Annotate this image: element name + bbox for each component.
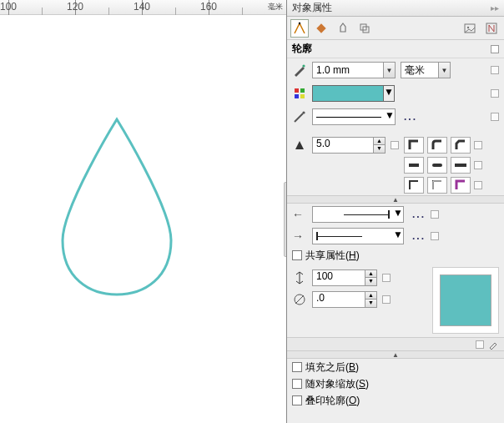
horizontal-ruler: 100 120 140 160 毫米	[0, 0, 286, 15]
outline-tab[interactable]	[290, 19, 309, 38]
arrow-end-more[interactable]: ...	[412, 230, 426, 242]
svg-point-11	[302, 111, 305, 113]
svg-rect-12	[409, 164, 419, 167]
corner-miter[interactable]	[404, 137, 424, 154]
transparency-tab[interactable]	[334, 19, 352, 38]
panel-title-bar: 对象属性 ▸▸	[287, 0, 504, 17]
spin-down-icon[interactable]: ▼	[373, 145, 385, 153]
arrow-start-combo[interactable]: ▼	[312, 206, 404, 223]
image-tab[interactable]	[461, 19, 479, 38]
lock-toggle-8[interactable]	[431, 210, 439, 219]
units-combo[interactable]: 毫米 ▼	[401, 62, 451, 78]
lock-toggle-7[interactable]	[474, 181, 482, 189]
behind-fill-checkbox[interactable]	[292, 362, 302, 372]
outline-section-header: 轮廓	[287, 40, 504, 58]
corner-round[interactable]	[427, 137, 447, 154]
fill-tab[interactable]	[312, 19, 330, 38]
angle-icon	[292, 292, 307, 307]
dropdown-icon[interactable]: ▼	[383, 86, 394, 101]
ruler-unit: 毫米	[268, 2, 283, 13]
lock-toggle-3[interactable]	[491, 113, 499, 121]
dropdown-icon[interactable]: ▼	[438, 63, 450, 78]
arrow-end-combo[interactable]: ▼	[312, 228, 404, 244]
svg-rect-10	[300, 94, 305, 98]
nib-stretch-input[interactable]: 100 ▲▼	[312, 269, 377, 286]
object-properties-panel: 对象属性 ▸▸ 轮廓 1.0 mm	[286, 0, 504, 423]
canvas[interactable]	[0, 15, 286, 423]
dropdown-icon[interactable]: ▼	[393, 229, 403, 244]
outline-color-picker[interactable]: ▼	[312, 85, 395, 102]
lock-toggle-4[interactable]	[391, 141, 399, 149]
lock-toggle-6[interactable]	[474, 161, 482, 169]
nib-preview	[432, 267, 499, 334]
miter-limit-input[interactable]: 5.0 ▲▼	[312, 137, 386, 154]
scale-with-object-checkbox[interactable]	[292, 379, 302, 389]
drop-shape[interactable]	[46, 115, 188, 299]
svg-rect-8	[300, 88, 305, 93]
arrow-start-icon: ←	[292, 208, 307, 221]
lock-toggle-10[interactable]	[382, 274, 391, 282]
ruler-tick-label: 120	[67, 1, 83, 13]
misc-tab[interactable]	[355, 19, 374, 38]
outline-width-combo[interactable]: 1.0 mm ▼	[312, 62, 396, 78]
cap-round[interactable]	[427, 157, 447, 174]
ruler-tick-label: 140	[134, 1, 150, 13]
section-toggle[interactable]	[491, 45, 499, 53]
stretch-icon	[292, 270, 307, 285]
position-center[interactable]	[427, 177, 447, 194]
line-style-more[interactable]: ...	[404, 111, 417, 123]
overprint-outline-label: 叠印轮廓(O)	[305, 394, 360, 408]
svg-rect-7	[295, 88, 299, 93]
share-attributes-checkbox[interactable]	[292, 250, 302, 260]
section-divider[interactable]: ▲	[287, 195, 504, 204]
panel-title: 对象属性	[292, 1, 332, 15]
lock-toggle-1[interactable]	[491, 66, 499, 74]
position-outside[interactable]	[404, 177, 424, 194]
svg-point-4	[467, 26, 469, 28]
svg-rect-14	[455, 164, 466, 167]
section-divider-2[interactable]: ▲	[287, 350, 504, 359]
dropdown-icon[interactable]: ▼	[385, 109, 395, 124]
spin-down-icon[interactable]: ▼	[365, 300, 376, 307]
lock-toggle-11[interactable]	[382, 295, 391, 304]
outline-color-swatch	[313, 86, 383, 101]
spin-down-icon[interactable]: ▼	[365, 278, 376, 285]
svg-point-0	[299, 22, 300, 23]
svg-rect-9	[295, 94, 299, 98]
line-style-icon	[292, 109, 307, 124]
footer-toggle-1[interactable]	[476, 340, 484, 349]
dropdown-icon[interactable]: ▼	[393, 207, 403, 222]
spin-up-icon[interactable]: ▲	[365, 292, 376, 300]
svg-rect-13	[432, 164, 442, 167]
nib-angle-value: .0	[313, 292, 365, 307]
panel-collapse-icon[interactable]: ▸▸	[491, 3, 499, 13]
apply-tab[interactable]	[482, 19, 501, 38]
scale-with-object-label: 随对象缩放(S)	[305, 377, 369, 391]
miter-limit-value: 5.0	[313, 138, 373, 153]
nib-stretch-value: 100	[313, 270, 365, 285]
pen-width-icon	[292, 63, 307, 78]
line-style-combo[interactable]: ▼	[312, 108, 396, 125]
lock-toggle-9[interactable]	[431, 232, 439, 240]
outline-width-value: 1.0 mm	[313, 64, 383, 76]
arrow-start-more[interactable]: ...	[412, 209, 426, 220]
position-inside[interactable]	[451, 177, 471, 194]
nib-preview-swatch	[440, 274, 491, 326]
outline-section-label: 轮廓	[292, 42, 312, 56]
overprint-outline-checkbox[interactable]	[292, 395, 302, 405]
canvas-scroll-handle[interactable]	[284, 182, 286, 257]
footer-eyedrop-icon[interactable]	[487, 339, 499, 350]
nib-angle-input[interactable]: .0 ▲▼	[312, 291, 377, 308]
lock-toggle-5[interactable]	[474, 141, 482, 149]
lock-toggle-2[interactable]	[491, 89, 499, 98]
dropdown-icon[interactable]: ▼	[383, 63, 395, 78]
ruler-tick-label: 100	[0, 1, 17, 13]
svg-point-6	[302, 64, 305, 67]
miter-icon	[292, 138, 307, 153]
ruler-tick-label: 160	[200, 1, 217, 13]
spin-up-icon[interactable]: ▲	[365, 270, 376, 278]
cap-extended[interactable]	[451, 157, 471, 174]
corner-bevel[interactable]	[451, 137, 471, 154]
spin-up-icon[interactable]: ▲	[373, 138, 385, 145]
cap-square[interactable]	[404, 157, 424, 174]
